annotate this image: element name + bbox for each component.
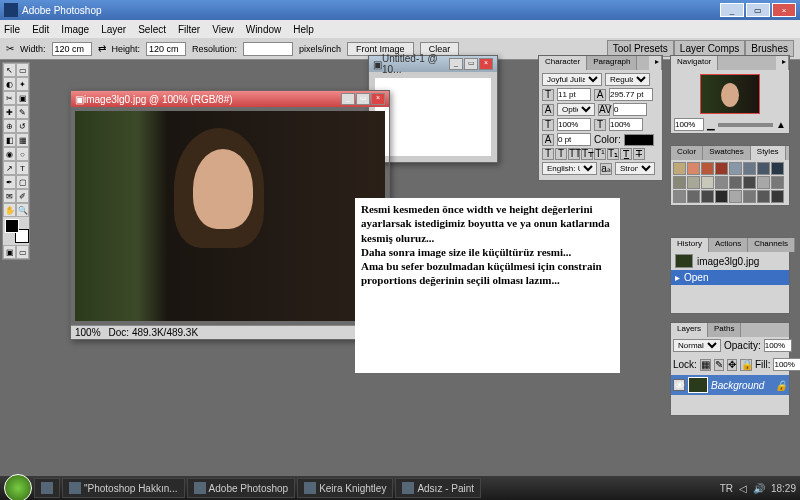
style-swatch[interactable]: [673, 162, 686, 175]
gradient-tool[interactable]: ▦: [16, 133, 29, 147]
doc-sub-min[interactable]: _: [449, 58, 463, 70]
menu-image[interactable]: Image: [61, 24, 89, 35]
path-tool[interactable]: ↗: [3, 161, 16, 175]
lock-all-icon[interactable]: 🔒: [740, 359, 752, 371]
style-swatch[interactable]: [729, 162, 742, 175]
zoom-level[interactable]: 100%: [75, 327, 101, 338]
style-swatch[interactable]: [771, 162, 784, 175]
doc-sub-max[interactable]: ▭: [464, 58, 478, 70]
style-swatch[interactable]: [673, 190, 686, 203]
document-window-main[interactable]: ▣ image3lg0.jpg @ 100% (RGB/8#) _▭× 100%…: [70, 90, 390, 340]
navigator-thumbnail[interactable]: [700, 74, 760, 114]
blur-tool[interactable]: ◉: [3, 147, 16, 161]
smallcaps-icon[interactable]: Tᴛ: [581, 148, 593, 160]
close-button[interactable]: ×: [772, 3, 796, 17]
history-step-open[interactable]: ▸Open: [671, 270, 789, 285]
eraser-tool[interactable]: ◧: [3, 133, 16, 147]
lasso-tool[interactable]: ◐: [3, 77, 16, 91]
tab-styles[interactable]: Styles: [751, 146, 786, 160]
leading-input[interactable]: [609, 88, 653, 101]
brush-tool[interactable]: ✎: [16, 105, 29, 119]
history-brush-tool[interactable]: ↺: [16, 119, 29, 133]
baseline-input[interactable]: [557, 133, 591, 146]
style-swatch[interactable]: [757, 162, 770, 175]
zoom-slider[interactable]: [718, 123, 773, 127]
character-panel[interactable]: CharacterParagraph▸ Joyful JulianaRegula…: [538, 55, 663, 181]
strike-icon[interactable]: T̶: [633, 148, 645, 160]
style-swatch[interactable]: [715, 162, 728, 175]
vscale-input[interactable]: [557, 118, 591, 131]
tracking-input[interactable]: [613, 103, 647, 116]
stamp-tool[interactable]: ⊕: [3, 119, 16, 133]
italic-icon[interactable]: T: [555, 148, 567, 160]
style-swatch[interactable]: [771, 190, 784, 203]
style-swatch[interactable]: [701, 176, 714, 189]
font-style-select[interactable]: Regular: [605, 73, 650, 86]
wand-tool[interactable]: ✦: [16, 77, 29, 91]
style-swatch[interactable]: [743, 190, 756, 203]
doc-main-min[interactable]: _: [341, 93, 355, 105]
tab-paragraph[interactable]: Paragraph: [587, 56, 637, 70]
sub-icon[interactable]: T₁: [607, 148, 619, 160]
style-swatch[interactable]: [757, 190, 770, 203]
screenmode-tool[interactable]: ▭: [16, 245, 29, 259]
style-swatch[interactable]: [715, 176, 728, 189]
resolution-input[interactable]: [243, 42, 293, 56]
zoom-tool[interactable]: 🔍: [16, 203, 29, 217]
opacity-input[interactable]: [764, 339, 792, 352]
super-icon[interactable]: T¹: [594, 148, 606, 160]
tab-actions[interactable]: Actions: [709, 238, 748, 252]
task-keira[interactable]: Keira Knightley: [297, 478, 393, 498]
type-tool[interactable]: T: [16, 161, 29, 175]
style-swatch[interactable]: [771, 176, 784, 189]
notes-tool[interactable]: ✉: [3, 189, 16, 203]
style-swatch[interactable]: [673, 176, 686, 189]
doc-main-close[interactable]: ×: [371, 93, 385, 105]
menu-help[interactable]: Help: [293, 24, 314, 35]
tray-lang[interactable]: TR: [720, 483, 733, 494]
style-swatch[interactable]: [715, 190, 728, 203]
bold-icon[interactable]: T: [542, 148, 554, 160]
tab-color[interactable]: Color: [671, 146, 703, 160]
menu-edit[interactable]: Edit: [32, 24, 49, 35]
swatches-panel[interactable]: ColorSwatchesStyles: [670, 145, 790, 206]
tray-vol-icon[interactable]: 🔊: [753, 483, 765, 494]
task-paint[interactable]: Adsız - Paint: [395, 478, 481, 498]
slice-tool[interactable]: ▣: [16, 91, 29, 105]
style-swatch[interactable]: [757, 176, 770, 189]
navigator-panel[interactable]: Navigator▸ ▁▲: [670, 55, 790, 134]
underline-icon[interactable]: T̲: [620, 148, 632, 160]
menu-window[interactable]: Window: [246, 24, 282, 35]
style-swatch[interactable]: [729, 176, 742, 189]
menu-layer[interactable]: Layer: [101, 24, 126, 35]
nav-menu-icon[interactable]: ▸: [776, 56, 789, 70]
move-tool[interactable]: ↖: [3, 63, 16, 77]
style-swatch[interactable]: [687, 190, 700, 203]
zoom-out-icon[interactable]: ▁: [707, 119, 715, 130]
style-swatch[interactable]: [743, 162, 756, 175]
tab-paths[interactable]: Paths: [708, 323, 741, 337]
lock-pos-icon[interactable]: ✥: [727, 359, 737, 371]
style-swatch[interactable]: [687, 162, 700, 175]
lock-trans-icon[interactable]: ▦: [700, 359, 711, 371]
task-photoshop-help[interactable]: "Photoshop Hakkın...: [62, 478, 185, 498]
kerning-select[interactable]: Optical: [557, 103, 595, 116]
font-size-input[interactable]: [557, 88, 591, 101]
hscale-input[interactable]: [609, 118, 643, 131]
text-color-swatch[interactable]: [624, 134, 654, 146]
menu-view[interactable]: View: [212, 24, 234, 35]
maximize-button[interactable]: ▭: [746, 3, 770, 17]
tab-swatches[interactable]: Swatches: [703, 146, 751, 160]
tab-character[interactable]: Character: [539, 56, 587, 70]
blend-mode-select[interactable]: Normal: [673, 339, 721, 352]
tray-icon[interactable]: ◁: [739, 483, 747, 494]
tab-channels[interactable]: Channels: [748, 238, 795, 252]
history-snapshot[interactable]: image3lg0.jpg: [671, 252, 789, 270]
pen-tool[interactable]: ✒: [3, 175, 16, 189]
font-family-select[interactable]: Joyful Juliana: [542, 73, 602, 86]
task-photoshop[interactable]: Adobe Photoshop: [187, 478, 296, 498]
antialias-select[interactable]: Strong: [615, 162, 655, 175]
style-swatch[interactable]: [701, 190, 714, 203]
width-input[interactable]: [52, 42, 92, 56]
zoom-in-icon[interactable]: ▲: [776, 119, 786, 130]
